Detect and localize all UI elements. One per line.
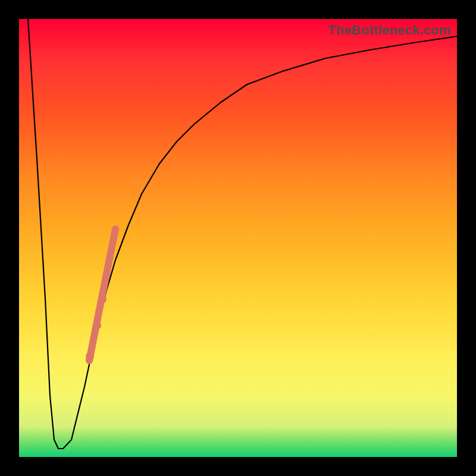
highlight-dot	[86, 352, 94, 361]
highlight-dot	[98, 295, 107, 303]
chart-frame: TheBottleneck.com	[0, 0, 476, 476]
highlight-segment	[89, 229, 115, 361]
highlight-dot	[93, 321, 101, 330]
bottleneck-curve	[28, 19, 457, 449]
curve-svg	[19, 19, 457, 457]
plot-area: TheBottleneck.com	[19, 19, 457, 457]
